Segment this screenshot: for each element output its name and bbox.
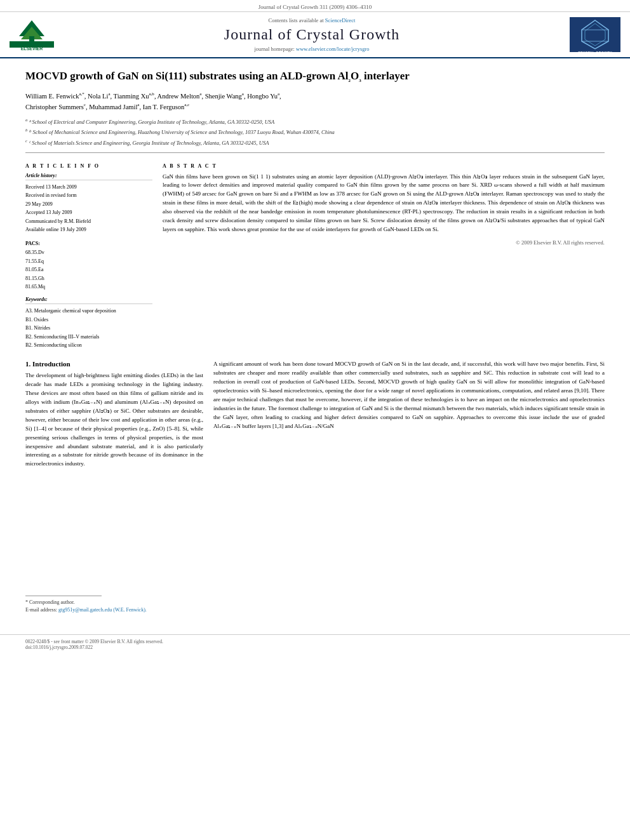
homepage-line: journal homepage: www.elsevier.com/locat… xyxy=(254,46,369,52)
keywords-label: Keywords: xyxy=(25,297,152,304)
sciencedirect-link[interactable]: ScienceDirect xyxy=(325,17,356,23)
section-title-text: Introduction xyxy=(32,360,70,368)
received-revised-date: 29 May 2009 xyxy=(25,200,152,209)
abstract-header: A B S T R A C T xyxy=(163,163,605,169)
pacs-item-0: 68.35.Dv xyxy=(25,248,152,257)
article-history-label: Article history: xyxy=(25,173,152,180)
pacs-item-1: 71.55.Eq xyxy=(25,257,152,266)
keyword-3: B2. Semiconducting III–V materials xyxy=(25,333,152,342)
keywords-section: Keywords: A3. Metalorganic chemical vapo… xyxy=(25,297,152,350)
body-left-column: 1. Introduction The development of high-… xyxy=(25,360,203,614)
article-title: MOCVD growth of GaN on Si(111) substrate… xyxy=(25,69,605,84)
affiliation-b: b ᵇ School of Mechanical Science and Eng… xyxy=(25,127,605,137)
pacs-item-4: 81.65.Mq xyxy=(25,283,152,291)
contents-line: Contents lists available at ScienceDirec… xyxy=(269,17,356,23)
received-date: Received 13 March 2009 xyxy=(25,183,152,192)
issn-text: 0022-0248/$ - see front matter © 2009 El… xyxy=(25,639,163,644)
page-wrapper: Journal of Crystal Growth 311 (2009) 430… xyxy=(0,0,630,654)
footnote-area: * Corresponding author. E-mail address: … xyxy=(25,596,203,614)
intro-para-2-text: A significant amount of work has been do… xyxy=(213,360,605,431)
keyword-1: B1. Oxides xyxy=(25,316,152,324)
affiliation-c: c ᶜ School of Materials Science and Engi… xyxy=(25,138,605,147)
authors-list: William E. Fenwicka,*, Nola Lia, Tianmin… xyxy=(25,91,605,113)
pacs-section: PACS: 68.35.Dv 71.55.Eq 81.05.Ea 81.15.G… xyxy=(25,241,152,291)
footnote-divider xyxy=(25,596,102,596)
footnote-corresponding: * Corresponding author. xyxy=(25,599,203,606)
introduction-paragraph-1: The development of high-brightness light… xyxy=(25,371,203,469)
page-footer: 0022-0248/$ - see front matter © 2009 El… xyxy=(0,634,630,654)
journal-citation: Journal of Crystal Growth 311 (2009) 430… xyxy=(0,0,630,12)
keywords-list: A3. Metalorganic chemical vapor depositi… xyxy=(25,307,152,350)
abstract-text: GaN thin films have been grown on Si(1 1… xyxy=(163,173,605,235)
introduction-paragraph-2: A significant amount of work has been do… xyxy=(213,360,605,431)
pacs-item-2: 81.05.Ea xyxy=(25,265,152,274)
journal-title-area: Contents lists available at ScienceDirec… xyxy=(62,17,561,52)
crystal-growth-logo: CRYSTAL GROWTH xyxy=(570,17,620,52)
available-online: Available online 19 July 2009 xyxy=(25,225,152,234)
svg-text:CRYSTAL GROWTH: CRYSTAL GROWTH xyxy=(578,51,612,52)
email-label: E-mail address: xyxy=(25,607,57,613)
keyword-0: A3. Metalorganic chemical vapor depositi… xyxy=(25,307,152,316)
main-body: 1. Introduction The development of high-… xyxy=(0,350,630,624)
accepted-date: Accepted 13 July 2009 xyxy=(25,208,152,217)
svg-rect-4 xyxy=(29,36,34,41)
article-info-abstract: A R T I C L E I N F O Article history: R… xyxy=(0,158,630,350)
article-history-section: Article history: Received 13 March 2009 … xyxy=(25,173,152,235)
crystal-growth-logo-area: CRYSTAL GROWTH xyxy=(566,17,624,52)
received-revised-label: Received in revised form xyxy=(25,191,152,200)
affiliation-a: a ᵃ School of Electrical and Computer En… xyxy=(25,117,605,126)
contents-text: Contents lists available at xyxy=(269,17,324,23)
pacs-item-3: 81.15.Gh xyxy=(25,274,152,283)
copyright-line: © 2009 Elsevier B.V. All rights reserved… xyxy=(163,239,605,246)
journal-title-main: Journal of Crystal Growth xyxy=(224,26,399,43)
footer-issn: 0022-0248/$ - see front matter © 2009 El… xyxy=(25,639,163,650)
keyword-4: B2. Semiconducting silicon xyxy=(25,341,152,350)
article-info-column: A R T I C L E I N F O Article history: R… xyxy=(25,163,152,350)
body-right-column: A significant amount of work has been do… xyxy=(213,360,605,614)
affiliations: a ᵃ School of Electrical and Computer En… xyxy=(25,117,605,147)
pacs-label: PACS: xyxy=(25,241,152,246)
svg-text:ELSEVIER: ELSEVIER xyxy=(21,46,43,51)
abstract-column: A B S T R A C T GaN thin films have been… xyxy=(163,163,605,350)
crystal-growth-logo-icon: CRYSTAL GROWTH xyxy=(570,17,620,52)
introduction-title: 1. Introduction xyxy=(25,360,203,368)
intro-para-1-text: The development of high-brightness light… xyxy=(25,371,203,469)
footnote-email: E-mail address: gtg951y@mail.gatech.edu … xyxy=(25,606,203,614)
communicated-by: Communicated by R.M. Biefeld xyxy=(25,217,152,226)
article-info-header: A R T I C L E I N F O xyxy=(25,163,152,169)
elsevier-logo-icon: ELSEVIER xyxy=(10,17,54,52)
email-address[interactable]: gtg951y@mail.gatech.edu (W.E. Fenwick). xyxy=(58,607,147,613)
keyword-2: B1. Nitrides xyxy=(25,324,152,333)
elsevier-logo-area: ELSEVIER xyxy=(6,17,57,52)
journal-citation-text: Journal of Crystal Growth 311 (2009) 430… xyxy=(258,4,372,10)
doi-text: doi:10.1016/j.jcrysgro.2009.07.022 xyxy=(25,644,163,650)
article-title-area: MOCVD growth of GaN on Si(111) substrate… xyxy=(0,58,630,153)
corresponding-author-note: * Corresponding author. xyxy=(25,599,75,605)
article-history-text: Received 13 March 2009 Received in revis… xyxy=(25,183,152,235)
title-divider xyxy=(25,152,605,153)
section-number: 1. xyxy=(25,360,30,368)
pacs-list: 68.35.Dv 71.55.Eq 81.05.Ea 81.15.Gh 81.6… xyxy=(25,248,152,291)
journal-header: ELSEVIER Contents lists available at Sci… xyxy=(0,12,630,58)
homepage-label: journal homepage: xyxy=(254,46,295,52)
svg-rect-5 xyxy=(570,17,620,52)
homepage-link[interactable]: www.elsevier.com/locate/jcrysgro xyxy=(296,46,370,52)
